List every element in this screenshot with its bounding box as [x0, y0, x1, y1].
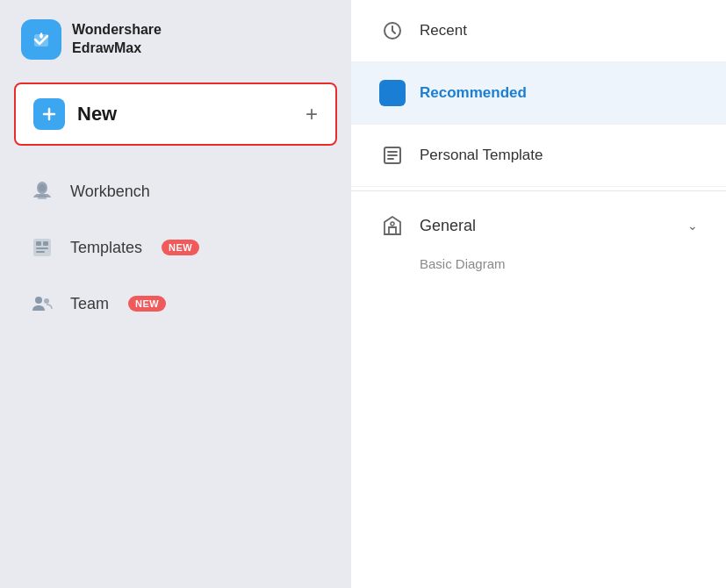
svg-point-7	[35, 297, 42, 304]
general-label: General	[420, 217, 673, 235]
svg-point-8	[44, 298, 49, 304]
right-nav: Recent Recommended Personal Templat	[351, 0, 726, 282]
recommended-label: Recommended	[420, 84, 527, 102]
chevron-down-icon: ⌄	[687, 219, 698, 233]
app-name: Wondershare EdrawMax	[72, 21, 162, 58]
team-label: Team	[70, 295, 109, 313]
personal-template-icon	[379, 142, 406, 169]
nav-item-recommended[interactable]: Recommended	[351, 62, 726, 125]
recommended-star-bg	[379, 80, 406, 106]
basic-diagram-label: Basic Diagram	[420, 256, 506, 271]
templates-icon	[28, 233, 56, 262]
svg-rect-5	[36, 247, 48, 249]
svg-rect-4	[43, 241, 48, 246]
divider	[351, 190, 726, 191]
svg-rect-6	[36, 251, 45, 253]
templates-label: Templates	[70, 239, 142, 257]
logo-area: Wondershare EdrawMax	[0, 0, 351, 79]
svg-point-1	[39, 184, 46, 191]
workbench-label: Workbench	[70, 183, 150, 201]
new-label: New	[77, 103, 293, 125]
svg-rect-3	[36, 241, 41, 246]
recent-icon	[379, 18, 406, 44]
app-logo-icon	[21, 19, 61, 60]
new-secondary-plus: +	[305, 102, 318, 126]
sidebar: Wondershare EdrawMax New + Workbenc	[0, 0, 351, 588]
section-general[interactable]: General ⌄	[351, 195, 726, 246]
team-icon	[28, 290, 56, 318]
new-button[interactable]: New +	[14, 82, 337, 146]
personal-template-label: Personal Template	[420, 147, 543, 164]
recommended-icon	[379, 80, 406, 106]
app-name-line2: EdrawMax	[72, 39, 162, 58]
sidebar-item-templates[interactable]: Templates NEW	[0, 219, 351, 276]
sidebar-item-workbench[interactable]: Workbench	[0, 163, 351, 219]
new-plus-icon	[33, 98, 65, 130]
sub-item-basic-diagram[interactable]: Basic Diagram	[351, 246, 726, 282]
nav-item-personal-template[interactable]: Personal Template	[351, 125, 726, 187]
app-name-line1: Wondershare	[72, 21, 162, 39]
general-icon	[379, 212, 406, 239]
recent-label: Recent	[420, 22, 467, 39]
workbench-icon	[28, 177, 56, 205]
sidebar-nav: Workbench Templates NEW	[0, 156, 351, 339]
team-badge: NEW	[128, 296, 166, 312]
nav-item-recent[interactable]: Recent	[351, 0, 726, 62]
sidebar-item-team[interactable]: Team NEW	[0, 276, 351, 332]
main-content: Recent Recommended Personal Templat	[351, 0, 726, 588]
svg-point-11	[391, 222, 394, 226]
templates-badge: NEW	[162, 240, 199, 255]
